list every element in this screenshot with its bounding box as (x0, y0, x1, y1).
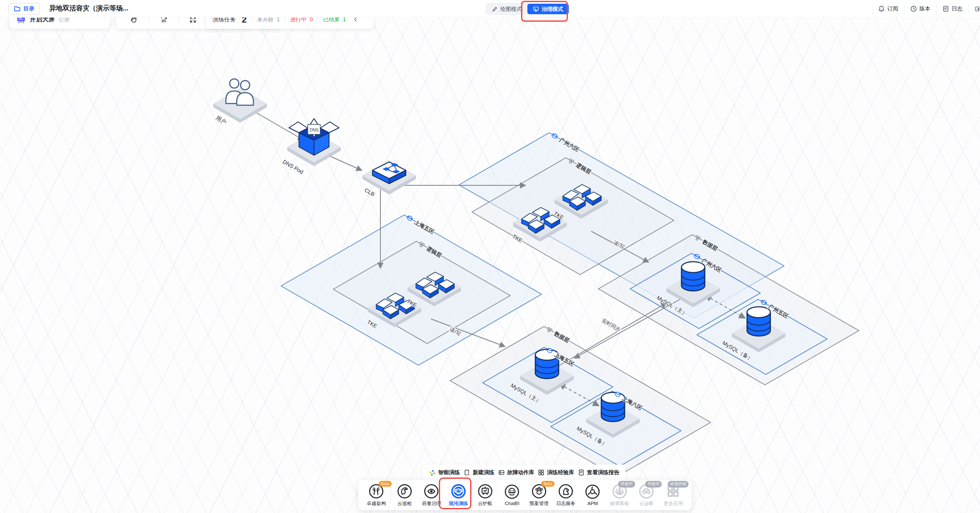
fault-action-library-button[interactable]: 故障动作库 (498, 469, 534, 476)
dock-item-chatbi[interactable]: ChatBI (499, 484, 525, 506)
new-file-icon (463, 469, 470, 476)
log-service-icon (558, 484, 573, 499)
dock-item-cloud-diagnosis: 开发中 云诊断 (633, 484, 659, 507)
view-drill-report-button[interactable]: 查看演练报告 (578, 469, 620, 476)
capacity-governance-icon (424, 484, 439, 499)
fault-library-icon (498, 469, 505, 476)
chatbi-icon (504, 484, 519, 499)
chaos-drill-icon (451, 483, 466, 499)
co-creation-badge: 欢迎共创 (668, 481, 689, 488)
log-icon (942, 5, 949, 12)
bell-icon (878, 5, 885, 12)
dock-item-health-board: 开发中 健康看板 (607, 484, 633, 507)
folder-icon (14, 5, 20, 12)
label-sync: 实时同步 (601, 317, 622, 333)
apm-icon (585, 484, 600, 499)
dock-item-more-apps: 欢迎共创 更多应用 (660, 484, 686, 507)
dock-item-log-service[interactable]: 日志服务 (553, 484, 579, 507)
app-dock: Beta 卓越架构 云巡检 容量治理 (358, 480, 691, 510)
subscribe-button[interactable]: 订阅 (872, 3, 904, 14)
label-dns-pod: DNS Pod (282, 159, 304, 175)
header-actions: 订阅 版本 日志 (872, 0, 980, 18)
clock-icon (910, 5, 917, 12)
drill-action-bar: 智能演练 新建演练 故障动作库 演练经验库 查看演练报告 (423, 465, 625, 480)
new-drill-button[interactable]: 新建演练 (463, 469, 494, 476)
mode-toggle: 绘图模式 治理模式 (486, 3, 570, 15)
cloud-inspection-icon (397, 484, 412, 499)
beta-badge: Beta (379, 481, 392, 487)
dock-item-cloud-inspection[interactable]: 云巡检 (392, 484, 418, 507)
dock-item-excellent-architecture[interactable]: Beta 卓越架构 (363, 484, 389, 507)
edge-sync-to-gz (556, 303, 666, 367)
catalog-button[interactable]: 目录 (8, 3, 40, 15)
dock-item-apm[interactable]: APM (580, 484, 605, 506)
in-development-badge: 开发中 (618, 481, 635, 488)
svg-text:2D: 2D (161, 18, 166, 23)
monitor-icon (533, 6, 539, 12)
header-bar: 目录 异地双活容灾（演示等场... 绘图模式 治理模式 订阅 (0, 0, 980, 18)
label-user: 用户 (215, 115, 228, 126)
label-clb: CLB (364, 187, 376, 198)
dock-item-cloud-escort[interactable]: 云护航 (472, 484, 498, 507)
drill-experience-library-button[interactable]: 演练经验库 (538, 469, 574, 476)
page-title: 异地双活容灾（演示等场... (49, 4, 128, 13)
edge-dns-clb (330, 156, 362, 170)
diagram-canvas[interactable]: DNS 广州六区 逻辑层 上海五区 逻辑层 数据层 上海五区 上海八区 数据层 … (0, 18, 980, 513)
catalog-label: 目录 (23, 5, 34, 13)
report-icon (578, 469, 585, 476)
cloud-escort-icon (478, 484, 493, 499)
log-button[interactable]: 日志 (936, 3, 968, 14)
dock-item-plan-management[interactable]: Beta 预案管理 (526, 484, 552, 507)
ai-pinwheel-icon (429, 469, 436, 476)
export-button[interactable] (968, 3, 980, 14)
dns-tag: DNS (309, 128, 318, 132)
node-dns-pod[interactable]: DNS (287, 119, 341, 166)
version-button[interactable]: 版本 (904, 3, 936, 14)
export-doc-icon (975, 5, 980, 13)
architecture-diagram: DNS 广州六区 逻辑层 上海五区 逻辑层 数据层 上海五区 上海八区 数据层 … (0, 18, 980, 513)
pencil-icon (492, 6, 498, 12)
dock-divider (390, 486, 391, 504)
in-development-badge: 开发中 (645, 481, 662, 488)
governance-mode-button[interactable]: 治理模式 (527, 4, 569, 14)
dock-item-chaos-drill[interactable]: 混沌演练 (446, 484, 471, 507)
beta-badge: Beta (541, 481, 555, 487)
draw-mode-button[interactable]: 绘图模式 (486, 4, 527, 14)
smart-drill-button[interactable]: 智能演练 (429, 469, 460, 476)
dock-item-capacity-governance[interactable]: 容量治理 (418, 484, 444, 507)
experience-library-icon (538, 469, 544, 476)
